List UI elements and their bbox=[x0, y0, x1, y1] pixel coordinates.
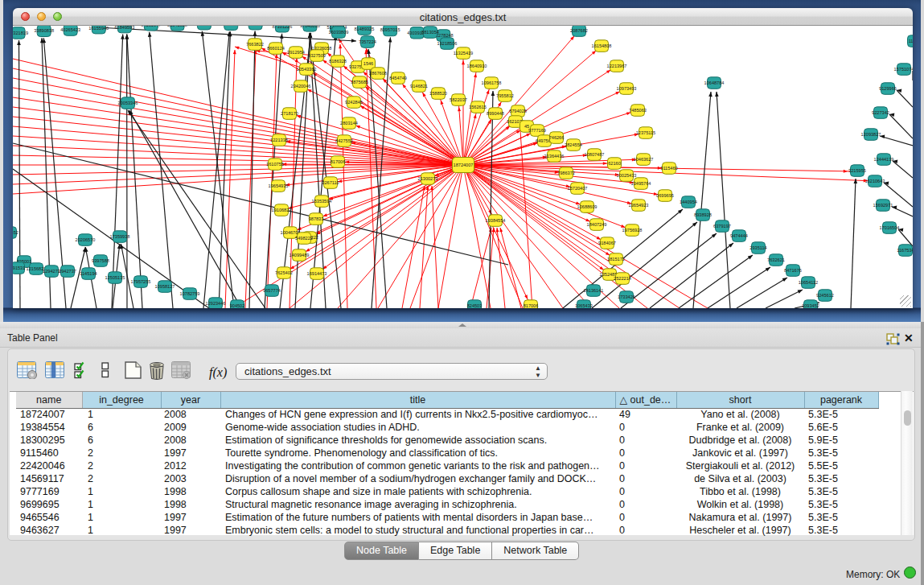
svg-text:2942737: 2942737 bbox=[59, 269, 76, 274]
svg-text:19384554: 19384554 bbox=[486, 218, 506, 223]
svg-text:0699695: 0699695 bbox=[656, 193, 674, 198]
svg-text:55341928: 55341928 bbox=[167, 26, 187, 27]
svg-text:1588520: 1588520 bbox=[429, 91, 447, 96]
svg-text:11325419: 11325419 bbox=[454, 51, 473, 56]
svg-text:13495764: 13495764 bbox=[631, 181, 651, 186]
svg-text:817006: 817006 bbox=[331, 159, 346, 164]
svg-text:987833: 987833 bbox=[309, 216, 324, 221]
svg-text:88496965: 88496965 bbox=[245, 26, 265, 27]
svg-text:20053346: 20053346 bbox=[118, 101, 138, 105]
svg-text:10807487: 10807487 bbox=[585, 152, 605, 157]
svg-text:8813054: 8813054 bbox=[421, 30, 439, 35]
svg-text:10648784: 10648784 bbox=[704, 80, 725, 85]
svg-text:14136141: 14136141 bbox=[584, 288, 604, 293]
svg-text:15720407: 15720407 bbox=[568, 186, 588, 191]
svg-text:9242845: 9242845 bbox=[345, 100, 363, 105]
svg-text:1294273: 1294273 bbox=[43, 269, 60, 274]
svg-text:8660124: 8660124 bbox=[267, 46, 285, 51]
svg-text:9777169: 9777169 bbox=[528, 128, 546, 133]
svg-text:5822037: 5822037 bbox=[450, 97, 467, 102]
svg-text:80957015: 80957015 bbox=[380, 27, 400, 32]
svg-text:7663822: 7663822 bbox=[246, 42, 264, 47]
svg-text:1733426: 1733426 bbox=[618, 295, 635, 299]
svg-text:18407249: 18407249 bbox=[587, 222, 607, 227]
svg-text:15692971: 15692971 bbox=[873, 203, 893, 208]
svg-text:9129966: 9129966 bbox=[879, 86, 897, 91]
svg-text:9146821: 9146821 bbox=[410, 84, 428, 89]
svg-text:40265423: 40265423 bbox=[60, 27, 80, 32]
svg-text:16210643: 16210643 bbox=[865, 179, 885, 183]
svg-text:9227342: 9227342 bbox=[872, 110, 889, 115]
svg-text:17359938: 17359938 bbox=[110, 234, 130, 239]
svg-text:1815172: 1815172 bbox=[607, 257, 625, 262]
svg-text:3875685: 3875685 bbox=[351, 80, 368, 84]
svg-text:13953767: 13953767 bbox=[221, 26, 241, 27]
svg-text:2803144: 2803144 bbox=[340, 121, 358, 126]
svg-text:10961758: 10961758 bbox=[482, 80, 502, 85]
svg-text:7485063: 7485063 bbox=[629, 108, 647, 113]
svg-text:81489325: 81489325 bbox=[354, 27, 374, 31]
svg-text:3267110: 3267110 bbox=[322, 180, 339, 185]
svg-text:1065433: 1065433 bbox=[575, 303, 593, 308]
svg-text:1562615: 1562615 bbox=[469, 105, 487, 109]
svg-text:2620652: 2620652 bbox=[13, 230, 18, 235]
svg-text:6379197: 6379197 bbox=[713, 224, 731, 229]
svg-text:2867608: 2867608 bbox=[369, 71, 387, 76]
svg-text:8938928: 8938928 bbox=[694, 212, 712, 217]
svg-text:1145194: 1145194 bbox=[80, 271, 97, 276]
svg-text:1093452: 1093452 bbox=[802, 303, 819, 308]
svg-text:391531: 391531 bbox=[13, 266, 25, 270]
svg-text:12093827: 12093827 bbox=[861, 132, 881, 137]
svg-text:2522214: 2522214 bbox=[614, 276, 631, 281]
svg-text:9184067: 9184067 bbox=[598, 241, 616, 245]
svg-text:21364436: 21364436 bbox=[544, 154, 565, 159]
svg-text:15751074: 15751074 bbox=[894, 67, 913, 72]
svg-text:16033809: 16033809 bbox=[329, 30, 349, 35]
svg-text:3824554: 3824554 bbox=[565, 142, 582, 147]
svg-text:10958127: 10958127 bbox=[155, 284, 175, 289]
svg-text:10463627: 10463627 bbox=[634, 157, 654, 162]
svg-text:7632621: 7632621 bbox=[767, 257, 785, 262]
svg-text:20206570: 20206570 bbox=[76, 237, 96, 242]
svg-text:2935114: 2935114 bbox=[749, 245, 766, 250]
svg-text:62160: 62160 bbox=[608, 161, 621, 166]
svg-text:10025433: 10025433 bbox=[617, 173, 637, 178]
svg-text:904502: 904502 bbox=[230, 303, 245, 308]
svg-text:2087682: 2087682 bbox=[570, 28, 588, 33]
svg-text:1546: 1546 bbox=[363, 61, 373, 66]
svg-text:23420046: 23420046 bbox=[291, 84, 311, 89]
svg-text:10543362: 10543362 bbox=[297, 67, 317, 72]
svg-text:8990448: 8990448 bbox=[487, 111, 504, 116]
svg-text:18724007: 18724007 bbox=[454, 163, 474, 167]
svg-text:10782759: 10782759 bbox=[180, 291, 200, 296]
svg-text:3215955: 3215955 bbox=[848, 168, 866, 173]
svg-text:19106822: 19106822 bbox=[272, 208, 292, 212]
svg-text:8454749: 8454749 bbox=[389, 76, 407, 80]
svg-text:10688609: 10688609 bbox=[577, 204, 598, 209]
svg-text:33890838: 33890838 bbox=[34, 28, 54, 33]
svg-text:3912954: 3912954 bbox=[287, 50, 305, 55]
svg-text:15353594: 15353594 bbox=[312, 199, 332, 204]
svg-text:87101226: 87101226 bbox=[272, 26, 292, 29]
svg-text:34131647: 34131647 bbox=[141, 26, 161, 27]
svg-text:817006: 817006 bbox=[524, 303, 539, 308]
svg-text:1221338: 1221338 bbox=[270, 138, 288, 142]
svg-text:5498222: 5498222 bbox=[295, 236, 313, 241]
svg-text:9327509: 9327509 bbox=[308, 53, 326, 58]
svg-text:8427552: 8427552 bbox=[335, 138, 353, 143]
svg-text:10973493: 10973493 bbox=[617, 86, 637, 91]
svg-text:43321819: 43321819 bbox=[13, 31, 28, 35]
svg-text:16154808: 16154808 bbox=[592, 43, 612, 48]
svg-text:12375115: 12375115 bbox=[636, 130, 655, 135]
svg-text:8471676: 8471676 bbox=[784, 268, 802, 273]
svg-text:19218506: 19218506 bbox=[437, 41, 458, 46]
svg-text:19756928: 19756928 bbox=[622, 228, 643, 233]
svg-text:7955812: 7955812 bbox=[496, 93, 514, 98]
svg-text:11173: 11173 bbox=[909, 39, 913, 43]
svg-text:824503: 824503 bbox=[467, 303, 483, 308]
svg-text:9657774: 9657774 bbox=[263, 288, 281, 293]
svg-text:16155940: 16155940 bbox=[88, 26, 109, 31]
svg-text:10654112: 10654112 bbox=[799, 280, 818, 285]
svg-text:746266: 746266 bbox=[549, 135, 565, 140]
svg-text:9474444: 9474444 bbox=[730, 233, 748, 238]
